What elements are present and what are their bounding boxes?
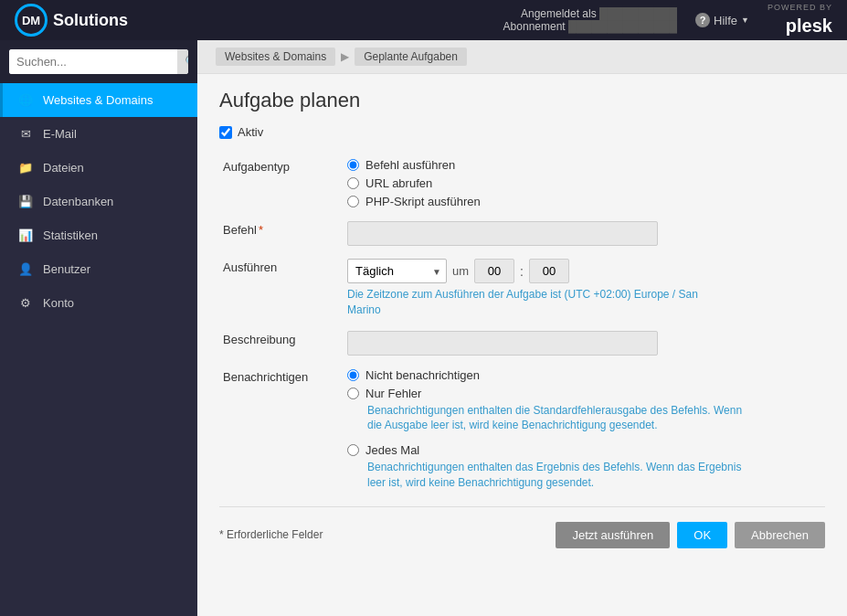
radio-always-group: Jedes Mal Benachrichtigungen enthalten d… (347, 443, 821, 491)
minute-input[interactable] (529, 259, 569, 283)
breadcrumb-websites-domains[interactable]: Websites & Domains (216, 48, 335, 66)
cancel-button[interactable]: Abbrechen (735, 522, 825, 548)
radio-always-label: Jedes Mal (365, 443, 419, 457)
chevron-down-icon: ▼ (741, 16, 749, 25)
radio-befehl[interactable]: Befehl ausführen (347, 158, 821, 172)
chart-icon: 📊 (17, 228, 34, 242)
sidebar-item-label: Websites & Domains (43, 93, 153, 107)
angemeldet-label: Angemeldet als ██████████ (503, 7, 677, 20)
radio-befehl-label: Befehl ausführen (365, 158, 455, 172)
topbar-info: Angemeldet als ██████████ Abonnement ███… (503, 7, 677, 33)
sidebar-item-label: Datenbanken (43, 195, 113, 208)
sidebar-item-websites-domains[interactable]: 🌐 Websites & Domains (0, 83, 197, 117)
search-button[interactable]: 🔍 (177, 49, 188, 74)
aufgabentyp-label: Aufgabentyp (219, 152, 338, 215)
radio-always[interactable]: Jedes Mal (347, 443, 821, 457)
sidebar-item-dateien[interactable]: 📁 Dateien (0, 151, 197, 185)
time-separator: : (520, 264, 524, 279)
radio-none-input[interactable] (347, 369, 359, 381)
topbar-right: Angemeldet als ██████████ Abonnement ███… (503, 3, 832, 37)
aufgabentyp-value: Befehl ausführen URL abrufen PHP-Skript … (338, 152, 825, 215)
search-input[interactable] (9, 49, 177, 74)
cog-icon: ⚙ (17, 296, 34, 310)
logo-circle: DM (15, 4, 48, 37)
radio-url-input[interactable] (347, 177, 359, 189)
plesk-name: plesk (768, 14, 832, 37)
radio-befehl-input[interactable] (347, 159, 359, 171)
sidebar-item-label: Dateien (43, 161, 84, 175)
form-area: Aufgabe planen Aktiv Aufgabentyp (197, 74, 847, 616)
breadcrumb-geplante-aufgaben[interactable]: Geplante Aufgaben (355, 48, 467, 66)
radio-url-label: URL abrufen (365, 176, 432, 190)
befehl-label: Befehl* (219, 215, 338, 252)
schedule-select-wrap: Täglich Stündlich Wöchentlich Monatlich … (347, 259, 447, 283)
radio-none[interactable]: Nicht benachrichtigen (347, 368, 821, 382)
radio-none-label: Nicht benachrichtigen (365, 368, 480, 382)
benachrichtigen-row: Benachrichtigen Nicht benachrichtigen (219, 362, 825, 497)
radio-php-input[interactable] (347, 196, 359, 207)
um-label: um (452, 264, 469, 278)
globe-icon: 🌐 (17, 93, 34, 107)
form-footer: * Erforderliche Felder Jetzt ausführen O… (219, 506, 825, 548)
required-star: * (259, 223, 263, 237)
question-icon: ? (695, 13, 710, 27)
befehl-value-cell (338, 215, 825, 252)
radio-url[interactable]: URL abrufen (347, 176, 821, 190)
folder-icon: 📁 (17, 161, 34, 175)
beschreibung-value-cell (338, 324, 825, 362)
radio-errors-group: Nur Fehler Benachrichtigungen enthalten … (347, 387, 821, 434)
errors-info-text: Benachrichtigungen enthalten die Standar… (367, 403, 751, 434)
mail-icon: ✉ (17, 127, 34, 141)
run-now-button[interactable]: Jetzt ausführen (556, 522, 670, 548)
sidebar-item-datenbanken[interactable]: 💾 Datenbanken (0, 185, 197, 218)
radio-errors-input[interactable] (347, 388, 359, 399)
aufgabentyp-row: Aufgabentyp Befehl ausführen URL abrufen (219, 152, 825, 215)
topbar: DM Solutions Angemeldet als ██████████ A… (0, 0, 847, 40)
sidebar-item-label: E-Mail (43, 127, 77, 141)
sidebar: 🔍 🌐 Websites & Domains ✉ E-Mail 📁 Dateie… (0, 40, 197, 616)
radio-always-input[interactable] (347, 444, 359, 456)
schedule-select[interactable]: Täglich Stündlich Wöchentlich Monatlich (347, 259, 447, 283)
ok-button[interactable]: OK (677, 522, 727, 548)
befehl-row: Befehl* (219, 215, 825, 252)
sidebar-item-benutzer[interactable]: 👤 Benutzer (0, 252, 197, 286)
powered-by-label: POWERED BY (768, 3, 832, 14)
aktiv-label: Aktiv (238, 125, 263, 139)
page-title: Aufgabe planen (219, 89, 825, 112)
sidebar-item-label: Statistiken (43, 228, 98, 242)
sidebar-item-label: Benutzer (43, 262, 90, 276)
ausfuehren-value-cell: Täglich Stündlich Wöchentlich Monatlich … (338, 252, 825, 324)
logo: DM Solutions (15, 4, 128, 37)
beschreibung-input[interactable] (347, 331, 658, 356)
sidebar-item-konto[interactable]: ⚙ Konto (0, 286, 197, 320)
database-icon: 💾 (17, 195, 34, 208)
content-area: Websites & Domains ▶ Geplante Aufgaben A… (197, 40, 847, 616)
always-info-text: Benachrichtigungen enthalten das Ergebni… (367, 460, 751, 491)
radio-php[interactable]: PHP-Skript ausführen (347, 195, 821, 208)
form-table: Aufgabentyp Befehl ausführen URL abrufen (219, 152, 825, 497)
aktiv-checkbox[interactable] (219, 126, 232, 139)
aufgabentyp-radio-group: Befehl ausführen URL abrufen PHP-Skript … (347, 158, 821, 208)
benachrichtigen-label: Benachrichtigen (219, 362, 338, 497)
logo-dm: DM (22, 14, 40, 27)
ausfuehren-row: Ausführen Täglich Stündlich Wöchentlich … (219, 252, 825, 324)
user-icon: 👤 (17, 262, 34, 276)
search-input-wrap: 🔍 (9, 49, 188, 74)
radio-errors-label: Nur Fehler (365, 387, 421, 400)
beschreibung-label: Beschreibung (219, 324, 338, 362)
ausfuehren-wrap: Täglich Stündlich Wöchentlich Monatlich … (347, 259, 821, 283)
befehl-input[interactable] (347, 221, 658, 246)
main-layout: 🔍 🌐 Websites & Domains ✉ E-Mail 📁 Dateie… (0, 40, 847, 616)
benachrichtigen-value-cell: Nicht benachrichtigen Nur Fehler Benachr… (338, 362, 825, 497)
sidebar-item-statistiken[interactable]: 📊 Statistiken (0, 218, 197, 252)
aktiv-row: Aktiv (219, 125, 825, 139)
timezone-hint: Die Zeitzone zum Ausführen der Aufgabe i… (347, 287, 713, 318)
search-box: 🔍 (0, 40, 197, 83)
ausfuehren-label: Ausführen (219, 252, 338, 324)
radio-php-label: PHP-Skript ausführen (365, 195, 481, 208)
help-button[interactable]: ? Hilfe ▼ (695, 13, 749, 27)
beschreibung-row: Beschreibung (219, 324, 825, 362)
sidebar-item-email[interactable]: ✉ E-Mail (0, 117, 197, 151)
hour-input[interactable] (474, 259, 514, 283)
radio-errors[interactable]: Nur Fehler (347, 387, 821, 400)
